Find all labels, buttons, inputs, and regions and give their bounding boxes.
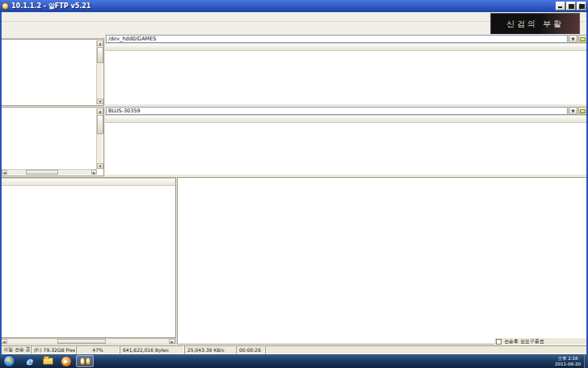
windows-logo-icon: [7, 359, 12, 365]
window-edge-left: [0, 12, 2, 354]
alftp-icon: [80, 357, 85, 365]
scroll-right-icon[interactable]: ▶: [169, 339, 175, 344]
app-icon: [2, 2, 9, 10]
title-bar: 10.1.1.2 - 알FTP v5.21: [0, 0, 588, 12]
transfer-progress-bar: 47%: [76, 345, 120, 354]
folder-icon: [580, 37, 586, 41]
ad-banner[interactable]: 신검의 부활: [490, 13, 580, 35]
local-tree-pane: ▲ ▼ ◀ ▶: [0, 107, 104, 176]
queue-horizontal-scrollbar[interactable]: ◀ ▶: [0, 338, 176, 345]
scroll-up-icon[interactable]: ▲: [97, 40, 103, 46]
local-list-body: [105, 123, 588, 175]
maximize-button[interactable]: [566, 2, 576, 11]
status-disk-free: (F:) 79.32GB Free: [31, 345, 76, 354]
path-dropdown-icon[interactable]: ▼: [569, 107, 578, 115]
minimize-button[interactable]: [556, 2, 565, 11]
scrollbar-thumb[interactable]: [57, 339, 106, 344]
local-path-bar: BLUS-30359 ▼: [105, 106, 588, 115]
queue-body: [1, 186, 175, 336]
taskbar-clock[interactable]: 오후 2:16 2011-08-20: [555, 356, 581, 366]
scrollbar-thumb[interactable]: [97, 115, 103, 134]
internet-explorer-button[interactable]: e: [20, 355, 38, 367]
scrollbar-thumb[interactable]: [97, 47, 103, 63]
local-file-panel: BLUS-30359 ▼: [105, 106, 588, 176]
status-filler: [265, 345, 588, 354]
status-bar: 파일 전송 중... (F:) 79.32GB Free 47% 641,622…: [0, 345, 588, 354]
show-desktop-button[interactable]: [584, 354, 588, 368]
progress-label: 47%: [92, 347, 103, 353]
play-icon: ▶: [61, 357, 71, 366]
remote-tree-pane: ▲ ▼: [0, 39, 104, 106]
local-path-field[interactable]: BLUS-30359: [106, 107, 568, 115]
folder-icon: [580, 109, 586, 113]
close-button[interactable]: [577, 2, 586, 11]
scroll-down-icon[interactable]: ▼: [97, 99, 103, 104]
start-button[interactable]: [3, 355, 15, 367]
window-title: 10.1.1.2 - 알FTP v5.21: [11, 2, 555, 11]
ad-banner-text: 신검의 부활: [506, 19, 564, 30]
clock-date: 2011-08-20: [555, 362, 581, 367]
scroll-right-icon[interactable]: ▶: [91, 170, 97, 175]
shutdown-checkbox[interactable]: [496, 339, 502, 345]
media-player-button[interactable]: ▶: [57, 355, 75, 367]
folder-icon: [43, 357, 53, 365]
status-elapsed: 00:00:26: [236, 345, 265, 354]
status-bytes: 641,622,016 Bytes: [120, 345, 184, 354]
queue-header: [1, 178, 175, 186]
clock-time: 오후 2:16: [555, 356, 581, 362]
scrollbar-thumb[interactable]: [26, 170, 58, 175]
transfer-log[interactable]: [177, 177, 588, 345]
scroll-up-icon[interactable]: ▲: [97, 108, 103, 114]
remote-file-panel: /dev_hdd0/GAMES ▼: [105, 34, 588, 106]
explorer-button[interactable]: [39, 355, 57, 367]
remote-list-body: [105, 51, 588, 104]
transfer-queue-panel: [0, 177, 176, 338]
local-tree-vertical-scrollbar[interactable]: ▲ ▼: [96, 108, 103, 169]
remote-path-bar: /dev_hdd0/GAMES ▼: [105, 34, 588, 43]
path-dropdown-icon[interactable]: ▼: [569, 35, 578, 43]
alftp-window: 10.1.1.2 - 알FTP v5.21 신검의 부활 ▲ ▼ ▲ ▼ ◀ ▶: [0, 0, 588, 368]
status-speed: 25,043.39 KB/s: [184, 345, 236, 354]
local-list-header: [105, 115, 588, 123]
alftp-icon: [86, 357, 90, 365]
remote-path-field[interactable]: /dev_hdd0/GAMES: [106, 35, 568, 43]
ie-icon: e: [26, 356, 32, 367]
local-tree-horizontal-scrollbar[interactable]: ◀ ▶: [2, 169, 97, 175]
remote-list-header: [105, 43, 588, 51]
scroll-left-icon[interactable]: ◀: [2, 170, 7, 175]
scroll-down-icon[interactable]: ▼: [97, 163, 103, 169]
scroll-left-icon[interactable]: ◀: [1, 339, 7, 344]
status-activity: 파일 전송 중...: [0, 345, 31, 354]
alftp-taskbar-button[interactable]: [76, 355, 94, 367]
windows-taskbar: e ▶ 오후 2:16 2011-08-20: [0, 354, 588, 368]
remote-tree-vertical-scrollbar[interactable]: ▲ ▼: [96, 40, 103, 104]
